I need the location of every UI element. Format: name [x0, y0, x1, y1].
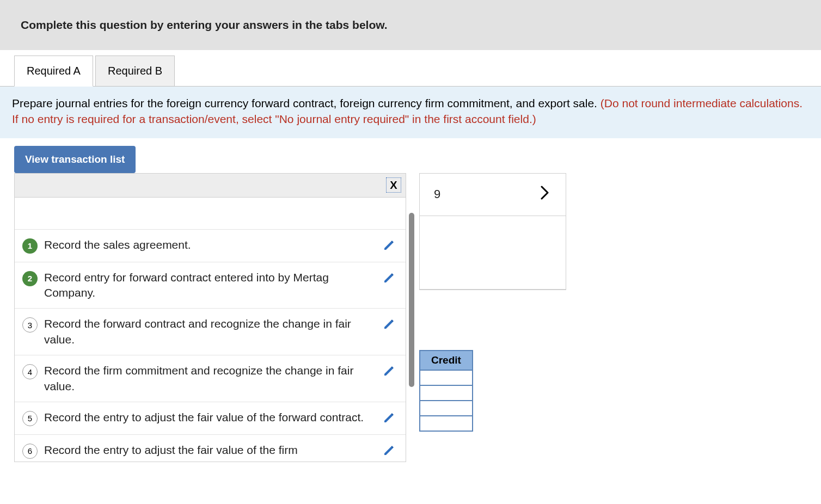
view-transaction-list-button[interactable]: View transaction list — [14, 146, 136, 173]
transaction-row[interactable]: 3 Record the forward contract and recogn… — [15, 308, 406, 355]
scrollbar[interactable] — [409, 213, 414, 387]
tab-label: Required A — [27, 65, 81, 77]
transaction-text: Record the entry to adjust the fair valu… — [44, 410, 376, 425]
edit-transaction-button[interactable] — [383, 364, 397, 380]
transaction-list-header: X — [15, 174, 406, 198]
transaction-number-badge: 2 — [22, 271, 38, 286]
credit-cell[interactable] — [420, 370, 473, 385]
panel-spacer — [15, 198, 406, 229]
transaction-text: Record the entry to adjust the fair valu… — [44, 442, 376, 458]
transaction-text: Record the forward contract and recogniz… — [44, 316, 376, 347]
edit-transaction-button[interactable] — [383, 271, 397, 287]
edit-transaction-button[interactable] — [383, 317, 397, 333]
pencil-icon — [383, 271, 396, 284]
tab-required-b[interactable]: Required B — [95, 56, 175, 87]
journal-worksheet-panel: 9 — [419, 173, 566, 290]
pencil-icon — [383, 238, 396, 251]
credit-table: Credit — [419, 350, 473, 432]
transaction-text: Record the sales agreement. — [44, 237, 376, 253]
credit-cell[interactable] — [420, 385, 473, 401]
transaction-text: Record entry for forward contract entere… — [44, 270, 376, 301]
prompt-text: Prepare journal entries for the foreign … — [12, 97, 601, 109]
transaction-number-badge: 1 — [22, 238, 38, 254]
worksheet-body — [420, 216, 566, 290]
pencil-icon — [383, 317, 396, 330]
pencil-icon — [383, 444, 396, 457]
transaction-number-badge: 3 — [22, 317, 38, 333]
instruction-text: Complete this question by entering your … — [21, 19, 388, 31]
instruction-banner: Complete this question by entering your … — [0, 0, 821, 50]
credit-header: Credit — [420, 351, 473, 370]
close-icon: X — [390, 179, 397, 192]
credit-column: Credit — [419, 350, 473, 432]
tab-label: Required B — [108, 65, 162, 77]
transaction-row[interactable]: 1 Record the sales agreement. — [15, 229, 406, 262]
journal-page-number: 9 — [434, 187, 440, 201]
transaction-row[interactable]: 6 Record the entry to adjust the fair va… — [15, 434, 406, 462]
transaction-number-badge: 5 — [22, 411, 38, 426]
pencil-icon — [383, 411, 396, 424]
workspace: 9 Credit X 1 Record the sales agreement. — [14, 173, 821, 462]
view-button-label: View transaction list — [25, 153, 125, 165]
transaction-text: Record the firm commitment and recognize… — [44, 363, 376, 394]
edit-transaction-button[interactable] — [383, 238, 397, 254]
transaction-row[interactable]: 5 Record the entry to adjust the fair va… — [15, 402, 406, 434]
chevron-right-icon — [541, 186, 549, 200]
edit-transaction-button[interactable] — [383, 411, 397, 427]
close-button[interactable]: X — [386, 177, 401, 193]
transaction-number-badge: 6 — [22, 444, 38, 459]
pencil-icon — [383, 364, 396, 377]
prompt-panel: Prepare journal entries for the foreign … — [0, 86, 821, 138]
transaction-row[interactable]: 4 Record the firm commitment and recogni… — [15, 355, 406, 402]
tabs-row: Required A Required B — [14, 56, 821, 87]
transaction-list-panel: X 1 Record the sales agreement. 2 Record… — [14, 173, 406, 462]
tab-required-a[interactable]: Required A — [14, 56, 93, 87]
edit-transaction-button[interactable] — [383, 444, 397, 459]
transaction-number-badge: 4 — [22, 364, 38, 379]
credit-cell[interactable] — [420, 401, 473, 416]
credit-cell[interactable] — [420, 416, 473, 431]
journal-nav-strip: 9 — [420, 174, 566, 216]
next-journal-button[interactable] — [541, 185, 549, 204]
transaction-row[interactable]: 2 Record entry for forward contract ente… — [15, 262, 406, 309]
